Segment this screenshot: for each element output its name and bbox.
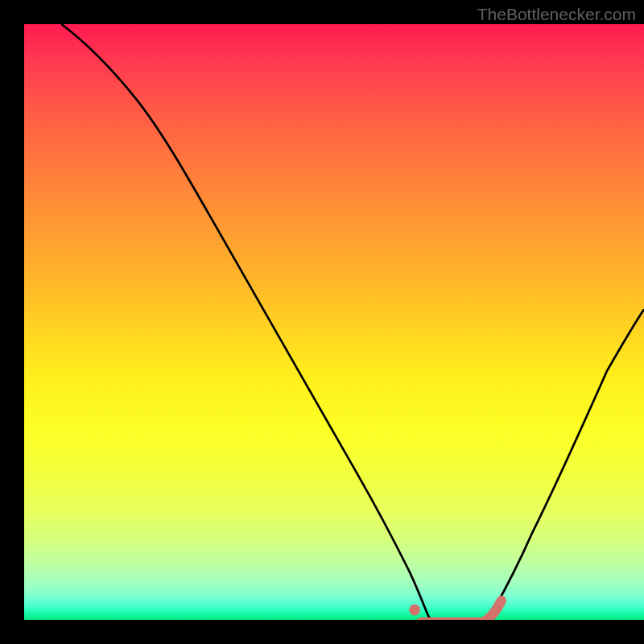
optimal-band-start-dot (409, 605, 420, 616)
watermark-label: TheBottlenecker.com (477, 5, 636, 24)
optimal-band-path (421, 601, 502, 620)
chart-plot-area (24, 24, 644, 620)
bottleneck-curve-path (61, 24, 644, 620)
chart-svg (24, 24, 644, 620)
